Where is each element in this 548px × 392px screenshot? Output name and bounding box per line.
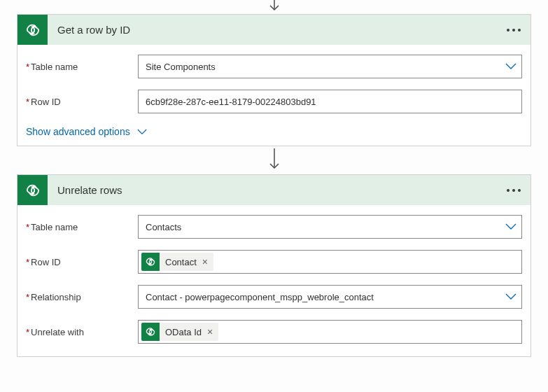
action-card-get-row-by-id[interactable]: Get a row by ID *Table name Site Compone… [17, 14, 531, 146]
unrelate-with-label: *Unrelate with [26, 327, 138, 337]
flow-arrow [17, 146, 531, 174]
table-name-label: *Table name [26, 222, 138, 232]
chevron-down-icon [505, 220, 517, 233]
card-menu-button[interactable] [507, 29, 521, 31]
dataverse-icon [141, 323, 160, 341]
table-name-dropdown[interactable]: Site Components [138, 55, 522, 78]
table-name-value: Site Components [146, 62, 505, 72]
chevron-down-icon [505, 290, 517, 303]
card-header[interactable]: Unrelate rows [17, 175, 531, 205]
dynamic-content-token-odata-id[interactable]: OData Id × [141, 323, 218, 341]
relationship-value: Contact - powerpagecomponent_mspp_webrol… [146, 292, 505, 302]
token-remove-icon[interactable]: × [201, 257, 213, 267]
relationship-dropdown[interactable]: Contact - powerpagecomponent_mspp_webrol… [138, 285, 522, 309]
table-name-value: Contacts [146, 222, 505, 232]
card-title: Unrelate rows [48, 184, 507, 196]
row-id-value: 6cb9f28e-287c-ee11-8179-00224803bd91 [146, 97, 517, 107]
card-header[interactable]: Get a row by ID [17, 15, 531, 45]
card-title: Get a row by ID [48, 24, 507, 36]
unrelate-with-input[interactable]: OData Id × [138, 320, 522, 344]
relationship-label: *Relationship [26, 292, 138, 302]
chevron-down-icon [137, 126, 147, 137]
dynamic-content-token-contact[interactable]: Contact × [141, 253, 213, 271]
row-id-label: *Row ID [26, 257, 138, 267]
flow-arrow-top [17, 0, 531, 14]
dataverse-icon [17, 15, 48, 45]
chevron-down-icon [505, 60, 517, 73]
row-id-label: *Row ID [26, 97, 138, 107]
card-menu-button[interactable] [507, 189, 521, 192]
dataverse-icon [141, 253, 160, 271]
token-label: Contact [160, 257, 201, 267]
action-card-unrelate-rows[interactable]: Unrelate rows *Table name Contacts *Row … [17, 174, 531, 357]
row-id-input[interactable]: Contact × [138, 250, 522, 274]
dataverse-icon [17, 175, 48, 205]
token-remove-icon[interactable]: × [206, 327, 218, 337]
show-advanced-options-link[interactable]: Show advanced options [26, 126, 522, 137]
table-name-dropdown[interactable]: Contacts [138, 215, 522, 239]
table-name-label: *Table name [26, 62, 138, 72]
row-id-input[interactable]: 6cb9f28e-287c-ee11-8179-00224803bd91 [138, 90, 522, 113]
token-label: OData Id [160, 327, 206, 337]
